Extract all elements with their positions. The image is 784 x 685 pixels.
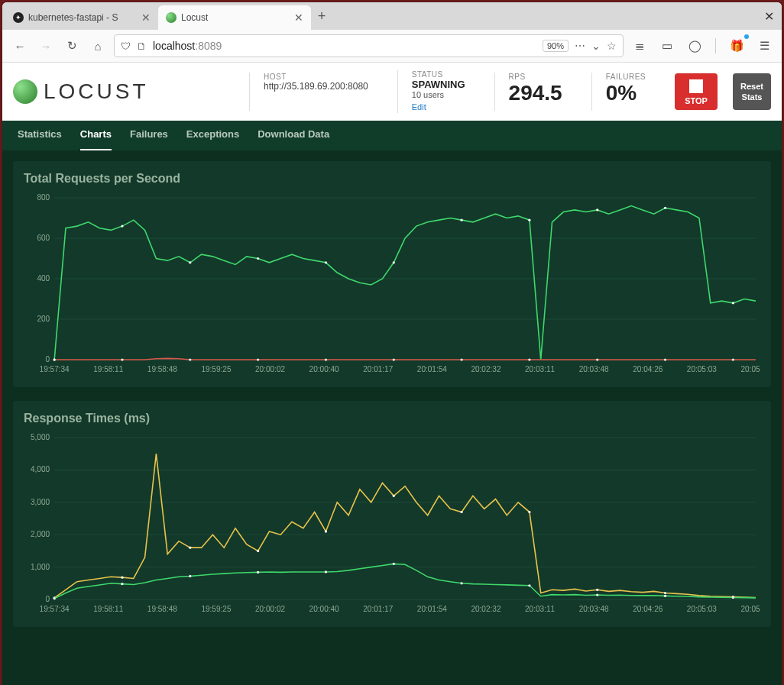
svg-point-27 [257, 257, 259, 260]
stat-host: HOST http://35.189.69.200:8080 [249, 73, 382, 111]
svg-point-83 [53, 597, 56, 599]
svg-point-26 [189, 261, 191, 263]
gift-icon[interactable]: 🎁 [727, 36, 747, 56]
reset-stats-button[interactable]: Reset Stats [733, 73, 771, 111]
svg-text:1,000: 1,000 [31, 563, 50, 571]
panel-rps: Total Requests per Second 02004006008001… [13, 161, 771, 387]
svg-point-77 [393, 495, 395, 497]
rps-label: RPS [509, 73, 562, 81]
svg-text:20:02:32: 20:02:32 [471, 365, 501, 373]
svg-text:20:01:17: 20:01:17 [363, 605, 393, 613]
svg-point-32 [596, 208, 598, 211]
svg-text:20:01:54: 20:01:54 [417, 365, 447, 373]
svg-point-40 [393, 358, 395, 360]
stat-status: STATUS SPAWNING 10 users Edit [397, 70, 479, 113]
svg-text:20:05:40: 20:05:40 [740, 605, 760, 613]
library-icon[interactable]: ≣ [630, 36, 650, 56]
window-close-button[interactable]: ✕ [764, 9, 774, 24]
svg-point-93 [732, 596, 734, 599]
svg-text:20:00:02: 20:00:02 [255, 605, 285, 613]
chart-rps: 020040060080019:57:3419:58:1119:58:4819:… [24, 193, 760, 376]
svg-point-35 [53, 358, 56, 360]
edit-link[interactable]: Edit [412, 102, 426, 111]
browser-tab-inactive[interactable]: ✦ kubernetes-fastapi - S ✕ [5, 5, 158, 30]
reload-button[interactable]: ↻ [62, 36, 82, 56]
svg-point-34 [732, 302, 734, 304]
svg-point-79 [528, 511, 530, 513]
locust-logo-icon [13, 79, 37, 104]
svg-point-76 [325, 530, 327, 532]
svg-text:200: 200 [37, 315, 50, 323]
svg-point-43 [596, 358, 598, 360]
rps-value: 294.5 [509, 81, 562, 105]
svg-point-39 [325, 358, 327, 360]
host-value: http://35.189.69.200:8080 [264, 81, 368, 92]
svg-point-30 [460, 219, 462, 221]
svg-point-31 [528, 219, 530, 221]
tab-download-data[interactable]: Download Data [258, 121, 329, 150]
stop-button[interactable]: STOP [675, 73, 718, 110]
failures-value: 0% [606, 81, 646, 105]
back-button[interactable]: ← [10, 36, 30, 56]
svg-point-87 [325, 570, 327, 573]
url-bar[interactable]: 🛡 🗋 localhost:8089 90% ⋯ ⌄ ☆ [114, 34, 624, 57]
svg-text:20:02:32: 20:02:32 [471, 605, 501, 613]
svg-text:19:58:11: 19:58:11 [93, 365, 123, 373]
separator [715, 38, 716, 53]
svg-text:20:01:17: 20:01:17 [363, 365, 393, 373]
home-button[interactable]: ⌂ [88, 36, 108, 56]
svg-text:19:58:11: 19:58:11 [93, 605, 123, 613]
panel-response-times: Response Times (ms) 01,0002,0003,0004,00… [13, 401, 771, 627]
new-tab-button[interactable]: + [311, 8, 332, 24]
bookmark-star-icon[interactable]: ☆ [607, 40, 617, 52]
forward-button: → [36, 36, 56, 56]
pocket-icon[interactable]: ⌄ [591, 40, 601, 52]
users-value: 10 users [412, 90, 465, 99]
svg-text:19:58:48: 19:58:48 [147, 605, 177, 613]
hamburger-menu-icon[interactable]: ☰ [754, 36, 774, 56]
svg-text:20:01:54: 20:01:54 [417, 605, 447, 613]
locust-logo: LOCUST [13, 79, 149, 104]
lock-icon[interactable]: 🗋 [137, 40, 147, 52]
svg-point-80 [596, 589, 598, 591]
chart-response-times: 01,0002,0003,0004,0005,00019:57:3419:58:… [24, 433, 760, 616]
svg-text:20:03:48: 20:03:48 [579, 365, 609, 373]
close-icon[interactable]: ✕ [141, 11, 151, 24]
tab-charts[interactable]: Charts [80, 121, 112, 150]
svg-point-74 [189, 547, 191, 549]
reader-icon[interactable]: ▭ [657, 36, 677, 56]
svg-point-36 [121, 358, 123, 360]
svg-text:20:04:26: 20:04:26 [633, 365, 663, 373]
stat-failures: FAILURES 0% [591, 73, 659, 111]
svg-text:20:03:48: 20:03:48 [579, 605, 609, 613]
host-label: HOST [264, 73, 368, 81]
account-icon[interactable]: ◯ [685, 36, 705, 56]
failures-label: FAILURES [606, 73, 646, 81]
svg-text:5,000: 5,000 [31, 433, 50, 441]
tab-title: Locust [181, 12, 290, 23]
svg-text:20:00:40: 20:00:40 [309, 605, 339, 613]
panel-title: Total Requests per Second [24, 172, 760, 186]
svg-text:20:05:40: 20:05:40 [740, 365, 760, 373]
svg-point-86 [257, 571, 259, 574]
tab-exceptions[interactable]: Exceptions [186, 121, 239, 150]
svg-text:3,000: 3,000 [31, 498, 50, 506]
svg-point-29 [393, 261, 395, 263]
tab-statistics[interactable]: Statistics [18, 121, 62, 150]
svg-text:19:59:25: 19:59:25 [201, 365, 231, 373]
svg-point-75 [257, 550, 259, 552]
favicon-locust-icon [166, 12, 177, 23]
svg-point-89 [460, 582, 462, 584]
page-actions-icon[interactable]: ⋯ [575, 40, 585, 52]
svg-text:19:58:48: 19:58:48 [147, 365, 177, 373]
browser-tabbar: ✦ kubernetes-fastapi - S ✕ Locust ✕ + ✕ [2, 2, 782, 30]
browser-tab-active[interactable]: Locust ✕ [158, 5, 311, 30]
svg-point-38 [257, 358, 259, 360]
svg-text:19:57:34: 19:57:34 [40, 605, 70, 613]
tab-failures[interactable]: Failures [130, 121, 168, 150]
favicon-kubernetes-icon: ✦ [13, 12, 24, 23]
browser-toolbar: ← → ↻ ⌂ 🛡 🗋 localhost:8089 90% ⋯ ⌄ ☆ ≣ ▭… [2, 30, 782, 63]
shield-icon[interactable]: 🛡 [121, 40, 131, 52]
zoom-badge[interactable]: 90% [543, 40, 569, 52]
close-icon[interactable]: ✕ [294, 11, 303, 24]
